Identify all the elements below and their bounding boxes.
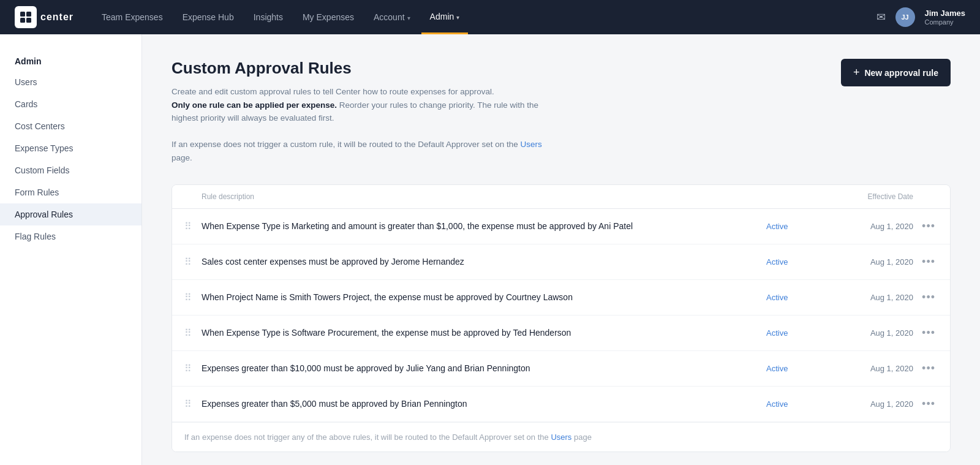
rule-description-4: Expenses greater than $10,000 must be ap… <box>202 363 766 373</box>
rule-description-3: When Expense Type is Software Procuremen… <box>202 328 766 338</box>
sidebar-item-custom-fields[interactable]: Custom Fields <box>0 159 141 181</box>
svg-rect-2 <box>20 18 25 23</box>
status-badge-2: Active <box>766 293 788 302</box>
drag-handle[interactable]: ⠿ <box>184 221 197 232</box>
rule-description-1: Sales cost center expenses must be appro… <box>202 257 766 267</box>
more-button-0[interactable]: ••• <box>919 219 938 234</box>
desc-text-1: Create and edit custom approval rules to… <box>172 87 494 96</box>
rule-actions-1: ••• <box>913 254 938 270</box>
desc-bold: Only one rule can be applied per expense… <box>172 100 337 110</box>
rules-table: Rule description Effective Date ⠿ When E… <box>172 184 951 452</box>
rule-actions-2: ••• <box>913 290 938 305</box>
table-row: ⠿ Sales cost center expenses must be app… <box>172 244 950 280</box>
status-badge-5: Active <box>766 399 788 409</box>
more-button-5[interactable]: ••• <box>919 396 938 412</box>
table-row: ⠿ Expenses greater than $10,000 must be … <box>172 351 950 387</box>
rule-status-3: Active <box>766 327 827 338</box>
rule-description-0: When Expense Type is Marketing and amoun… <box>202 221 766 231</box>
rule-actions-3: ••• <box>913 325 938 341</box>
logo-text: center <box>40 12 74 23</box>
table-row: ⠿ Expenses greater than $5,000 must be a… <box>172 387 950 422</box>
plus-icon: + <box>853 66 860 79</box>
nav-team-expenses[interactable]: Team Expenses <box>93 1 172 33</box>
app-layout: Admin Users Cards Cost Centers Expense T… <box>0 34 980 465</box>
logo[interactable]: center <box>15 6 74 28</box>
avatar[interactable]: JJ <box>895 7 915 27</box>
desc-text-3-suffix: page. <box>172 153 192 162</box>
status-badge-1: Active <box>766 257 788 267</box>
drag-handle[interactable]: ⠿ <box>184 256 197 268</box>
table-footer: If an expense does not trigger any of th… <box>172 422 950 452</box>
status-badge-0: Active <box>766 222 788 231</box>
rule-status-5: Active <box>766 398 827 409</box>
sidebar-item-approval-rules[interactable]: Approval Rules <box>0 203 141 225</box>
rule-status-0: Active <box>766 221 827 232</box>
user-info: Jim James Company <box>925 9 966 26</box>
rule-date-0: Aug 1, 2020 <box>827 222 913 231</box>
top-navigation: center Team Expenses Expense Hub Insight… <box>0 0 980 34</box>
rule-date-2: Aug 1, 2020 <box>827 293 913 302</box>
svg-rect-0 <box>20 12 25 17</box>
rule-description-5: Expenses greater than $5,000 must be app… <box>202 399 766 409</box>
nav-my-expenses[interactable]: My Expenses <box>294 1 363 33</box>
logo-icon <box>15 6 37 28</box>
footer-suffix: page <box>574 433 592 442</box>
nav-insights[interactable]: Insights <box>245 1 292 33</box>
rule-status-4: Active <box>766 363 827 374</box>
drag-handle[interactable]: ⠿ <box>184 398 197 410</box>
page-description: Create and edit custom approval rules to… <box>172 85 551 165</box>
page-title: Custom Approval Rules <box>172 59 551 78</box>
table-row: ⠿ When Expense Type is Marketing and amo… <box>172 209 950 244</box>
rule-date-1: Aug 1, 2020 <box>827 257 913 267</box>
user-name: Jim James <box>925 9 966 18</box>
nav-account[interactable]: Account▾ <box>365 1 419 33</box>
sidebar-item-cost-centers[interactable]: Cost Centers <box>0 115 141 137</box>
sidebar-title: Admin <box>0 49 141 71</box>
user-company: Company <box>925 18 966 26</box>
sidebar-item-users[interactable]: Users <box>0 71 141 93</box>
nav-admin[interactable]: Admin▾ <box>421 1 469 34</box>
page-header: Custom Approval Rules Create and edit cu… <box>172 59 951 165</box>
rule-date-4: Aug 1, 2020 <box>827 364 913 373</box>
drag-handle[interactable]: ⠿ <box>184 363 197 374</box>
rule-description-2: When Project Name is Smith Towers Projec… <box>202 292 766 302</box>
footer-prefix: If an expense does not trigger any of th… <box>184 433 551 442</box>
drag-handle[interactable]: ⠿ <box>184 327 197 339</box>
topnav-right: ✉ JJ Jim James Company <box>876 7 966 27</box>
sidebar-item-expense-types[interactable]: Expense Types <box>0 137 141 159</box>
new-rule-btn-label: New approval rule <box>864 68 938 78</box>
status-badge-4: Active <box>766 364 788 373</box>
rule-status-1: Active <box>766 256 827 267</box>
rule-status-2: Active <box>766 292 827 303</box>
sidebar: Admin Users Cards Cost Centers Expense T… <box>0 34 142 465</box>
sidebar-item-flag-rules[interactable]: Flag Rules <box>0 225 141 248</box>
more-button-4[interactable]: ••• <box>919 361 938 376</box>
header-date: Effective Date <box>827 192 913 201</box>
account-chevron-icon: ▾ <box>407 15 410 21</box>
more-button-3[interactable]: ••• <box>919 325 938 341</box>
more-button-1[interactable]: ••• <box>919 254 938 270</box>
nav-links: Team Expenses Expense Hub Insights My Ex… <box>93 1 876 34</box>
status-badge-3: Active <box>766 328 788 338</box>
drag-handle[interactable]: ⠿ <box>184 292 197 303</box>
more-button-2[interactable]: ••• <box>919 290 938 305</box>
new-approval-rule-button[interactable]: + New approval rule <box>841 59 951 86</box>
main-content: Custom Approval Rules Create and edit cu… <box>142 34 980 465</box>
rule-actions-0: ••• <box>913 219 938 234</box>
rule-date-5: Aug 1, 2020 <box>827 399 913 409</box>
table-header: Rule description Effective Date <box>172 185 950 209</box>
nav-expense-hub[interactable]: Expense Hub <box>174 1 243 33</box>
users-link-footer[interactable]: Users <box>551 433 571 442</box>
header-description: Rule description <box>202 192 766 201</box>
users-link-top[interactable]: Users <box>521 140 542 149</box>
mail-icon[interactable]: ✉ <box>876 10 886 24</box>
desc-text-3-prefix: If an expense does not trigger a custom … <box>172 140 521 149</box>
sidebar-item-form-rules[interactable]: Form Rules <box>0 181 141 203</box>
sidebar-item-cards[interactable]: Cards <box>0 93 141 115</box>
rule-actions-4: ••• <box>913 361 938 376</box>
admin-chevron-icon: ▾ <box>456 14 459 21</box>
page-header-left: Custom Approval Rules Create and edit cu… <box>172 59 551 165</box>
rule-date-3: Aug 1, 2020 <box>827 328 913 338</box>
rule-actions-5: ••• <box>913 396 938 412</box>
svg-rect-3 <box>26 18 31 23</box>
